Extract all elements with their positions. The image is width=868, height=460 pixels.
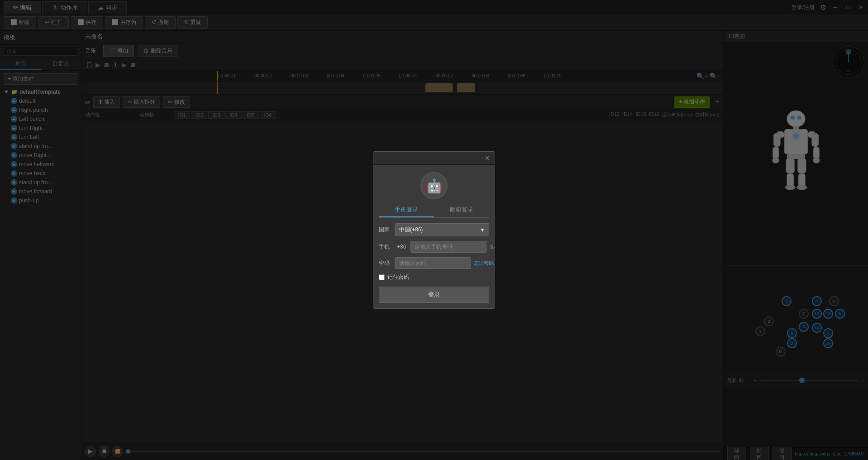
country-row: 国家 中国(+86) ▼ [379, 223, 489, 236]
email-login-tab[interactable]: 邮箱登录 [434, 203, 489, 217]
login-tabs: 手机登录 邮箱登录 [379, 203, 489, 218]
modal-titlebar: ✕ [373, 152, 495, 165]
forgot-password-link[interactable]: 忘记密码 [474, 260, 494, 267]
password-input[interactable] [395, 257, 471, 269]
phone-input[interactable] [410, 241, 486, 253]
phone-label: 手机 [379, 243, 392, 251]
remember-label: 记住密码 [387, 273, 409, 281]
country-value: 中国(+86) [399, 226, 423, 234]
remember-row: 记住密码 [379, 273, 489, 281]
no-account-link[interactable]: 没有账号 [489, 244, 495, 250]
phone-row: 手机 +86 没有账号 [379, 241, 489, 253]
modal-avatar-area: 🤖 [373, 165, 495, 203]
password-label: 密码 [379, 259, 392, 267]
avatar: 🤖 [420, 172, 448, 199]
phone-prefix: +86 [395, 241, 408, 252]
phone-login-tab[interactable]: 手机登录 [379, 203, 434, 217]
remember-checkbox[interactable] [379, 274, 385, 280]
password-row: 密码 忘记密码 [379, 257, 489, 269]
login-modal: ✕ 🤖 手机登录 邮箱登录 国家 中国(+86) ▼ 手机 +86 没有账 [373, 151, 495, 309]
country-label: 国家 [379, 226, 392, 234]
login-button[interactable]: 登录 [379, 287, 489, 303]
modal-overlay[interactable]: ✕ 🤖 手机登录 邮箱登录 国家 中国(+86) ▼ 手机 +86 没有账 [0, 0, 868, 460]
modal-close-button[interactable]: ✕ [485, 154, 490, 162]
login-form: 国家 中国(+86) ▼ 手机 +86 没有账号 密码 忘记密码 [373, 218, 495, 308]
country-select[interactable]: 中国(+86) ▼ [395, 223, 489, 236]
dropdown-icon: ▼ [480, 227, 485, 233]
